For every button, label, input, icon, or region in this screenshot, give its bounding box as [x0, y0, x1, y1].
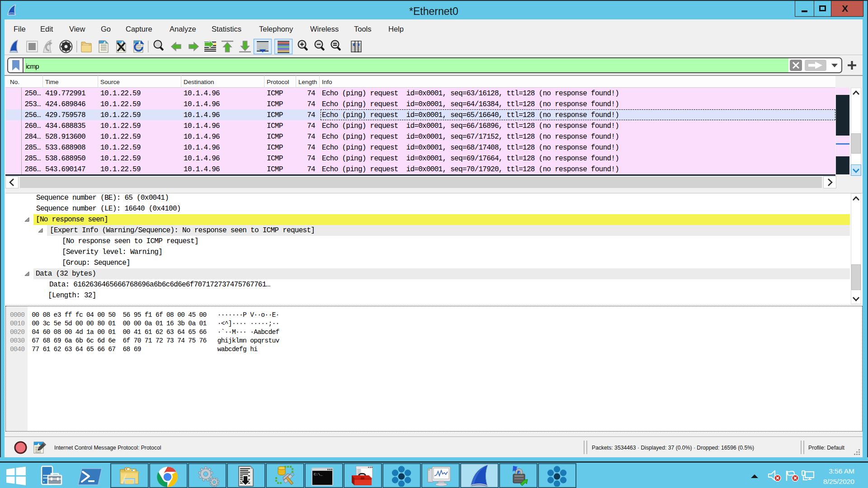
svg-text:C:\_: C:\_: [314, 472, 322, 476]
svg-text:0113: 0113: [35, 451, 41, 454]
svg-text:0101: 0101: [101, 49, 107, 52]
